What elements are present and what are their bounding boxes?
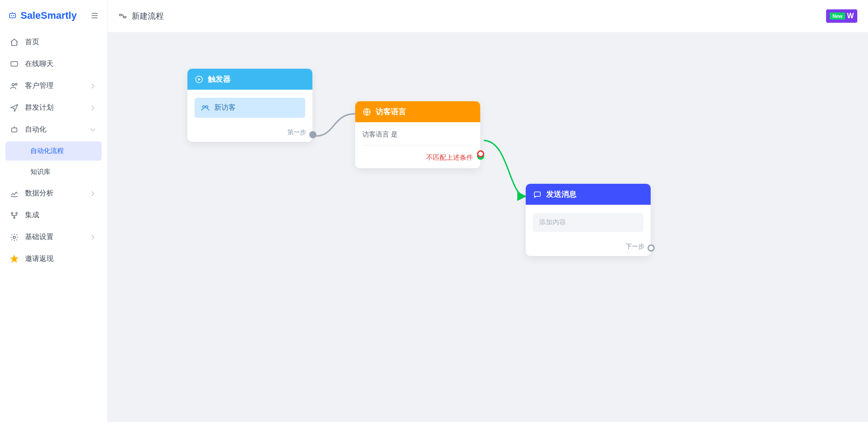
chevron-right-icon xyxy=(88,103,97,112)
integration-icon xyxy=(10,211,19,220)
node-header: 触发器 xyxy=(187,69,312,90)
svg-point-5 xyxy=(15,83,17,85)
node-trigger[interactable]: 触发器 新访客 第一步 xyxy=(187,69,312,142)
svg-point-2 xyxy=(13,15,14,17)
svg-point-14 xyxy=(203,106,205,108)
node-title: 发送消息 xyxy=(546,189,577,199)
star-icon xyxy=(10,255,19,264)
output-port[interactable] xyxy=(648,244,655,252)
svg-rect-11 xyxy=(120,14,122,16)
condition-expression[interactable]: 访客语言 是 xyxy=(362,130,473,145)
condition-no-match[interactable]: 不匹配上述条件 xyxy=(362,145,473,162)
nav-analytics[interactable]: 数据分析 xyxy=(0,182,107,204)
nav-settings[interactable]: 基础设置 xyxy=(0,226,107,248)
send-icon xyxy=(10,103,19,112)
nav-integration[interactable]: 集成 xyxy=(0,204,107,226)
nav-label: 数据分析 xyxy=(25,189,54,198)
visitors-icon xyxy=(201,103,210,112)
node-title: 触发器 xyxy=(208,74,231,84)
chart-icon xyxy=(10,189,19,198)
brand: SaleSmartly xyxy=(0,4,107,31)
nav-label: 自动化流程 xyxy=(30,147,64,154)
svg-point-10 xyxy=(13,236,16,238)
chevron-right-icon xyxy=(88,189,97,198)
flow-icon xyxy=(118,12,127,21)
nav-label: 客户管理 xyxy=(25,81,54,91)
node-header: 发送消息 xyxy=(526,184,651,205)
page-title-text: 新建流程 xyxy=(132,11,164,21)
svg-point-9 xyxy=(13,217,15,218)
node-footer: 第一步 xyxy=(187,124,312,142)
footer-text: 下一步 xyxy=(626,243,644,250)
node-condition[interactable]: 访客语言 访客语言 是 不匹配上述条件 xyxy=(355,101,480,168)
topbar: 新建流程 New W xyxy=(107,0,868,32)
chat-icon xyxy=(10,60,19,69)
nav-label: 集成 xyxy=(25,211,39,220)
page-title: 新建流程 xyxy=(118,11,164,21)
node-action[interactable]: 发送消息 添加内容 下一步 xyxy=(526,184,651,256)
svg-point-1 xyxy=(11,15,12,17)
nav-label: 自动化 xyxy=(25,125,46,134)
nav-automation[interactable]: 自动化 xyxy=(0,119,107,141)
svg-rect-17 xyxy=(534,192,540,196)
gear-icon xyxy=(10,233,19,242)
trigger-chip[interactable]: 新访客 xyxy=(195,98,305,118)
sidebar: SaleSmartly 首页 在线聊天 客户管理 群发计划 xyxy=(0,0,107,422)
flow-canvas[interactable]: 触发器 新访客 第一步 访客语言 xyxy=(107,32,868,422)
svg-point-8 xyxy=(16,212,17,214)
nav-home[interactable]: 首页 xyxy=(0,31,107,53)
main: 新建流程 New W xyxy=(107,0,868,422)
nav-label: 群发计划 xyxy=(25,103,54,112)
nav-invite[interactable]: 邀请返现 xyxy=(0,248,107,270)
robot-icon xyxy=(10,125,19,134)
svg-point-15 xyxy=(206,106,208,108)
nav-knowledge-base[interactable]: 知识库 xyxy=(5,162,102,182)
nav-label: 首页 xyxy=(25,37,39,47)
trigger-chip-label: 新访客 xyxy=(214,103,236,112)
sidebar-collapse-icon[interactable] xyxy=(90,11,99,20)
home-icon xyxy=(10,38,19,47)
nav-broadcast[interactable]: 群发计划 xyxy=(0,97,107,119)
svg-point-7 xyxy=(11,212,12,214)
globe-icon xyxy=(362,108,371,116)
node-footer: 下一步 xyxy=(526,238,651,256)
play-circle-icon xyxy=(195,75,204,84)
brand-logo-icon xyxy=(8,11,17,20)
message-icon xyxy=(533,190,542,199)
nav: 首页 在线聊天 客户管理 群发计划 自动化 自动化流程 xyxy=(0,31,107,422)
nav-label: 在线聊天 xyxy=(25,59,54,69)
w-label: W xyxy=(847,12,854,20)
no-match-output-port[interactable] xyxy=(477,150,484,157)
nav-label: 基础设置 xyxy=(25,232,54,242)
svg-rect-12 xyxy=(124,17,126,18)
nav-customer[interactable]: 客户管理 xyxy=(0,75,107,97)
nav-label: 知识库 xyxy=(30,168,50,175)
brand-name: SaleSmartly xyxy=(21,10,77,21)
svg-rect-0 xyxy=(9,13,15,18)
footer-text: 第一步 xyxy=(287,128,306,136)
chevron-down-icon xyxy=(88,125,97,134)
svg-rect-6 xyxy=(12,128,17,132)
users-icon xyxy=(10,82,19,91)
chevron-right-icon xyxy=(88,82,97,91)
whatsapp-badge[interactable]: New W xyxy=(826,9,857,23)
chevron-right-icon xyxy=(88,233,97,242)
nav-label: 邀请返现 xyxy=(25,254,54,264)
action-content-input[interactable]: 添加内容 xyxy=(533,213,644,232)
nav-chat[interactable]: 在线聊天 xyxy=(0,53,107,75)
nav-automation-flow[interactable]: 自动化流程 xyxy=(5,141,102,161)
svg-point-4 xyxy=(12,83,14,86)
node-header: 访客语言 xyxy=(355,101,480,122)
new-badge: New xyxy=(830,12,845,20)
output-port[interactable] xyxy=(309,131,316,138)
node-title: 访客语言 xyxy=(376,107,406,117)
